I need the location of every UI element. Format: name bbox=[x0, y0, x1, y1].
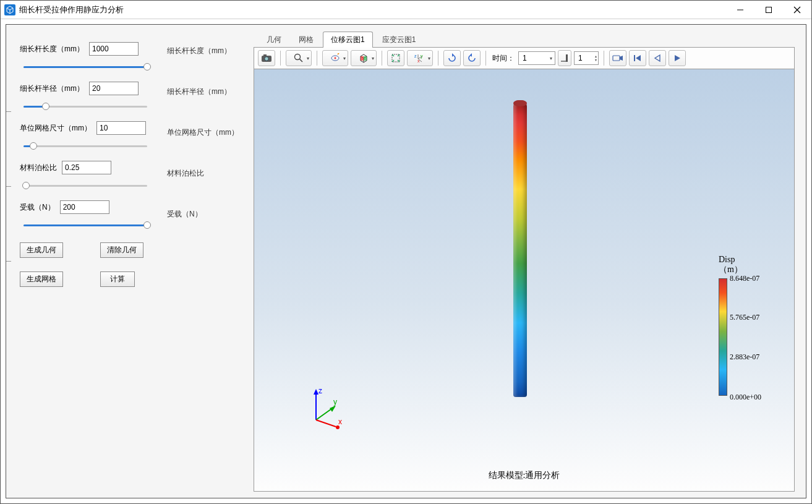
rod-model bbox=[513, 100, 527, 397]
param-length-slider[interactable] bbox=[24, 61, 147, 73]
viewer-tabs: 几何网格位移云图1应变云图1 bbox=[254, 31, 795, 48]
tab-0[interactable]: 几何 bbox=[259, 32, 289, 48]
param-length-label: 细长杆长度（mm） bbox=[20, 44, 84, 54]
parameter-panel: 细长杆长度（mm） 细长杆半径（mm） bbox=[6, 25, 167, 498]
fit-icon[interactable] bbox=[387, 50, 404, 66]
window-title: 细长杆受拉伸作用静应力分析 bbox=[19, 4, 124, 15]
svg-rect-6 bbox=[263, 54, 267, 56]
legend-tick: 2.883e-07 bbox=[730, 352, 759, 361]
svg-text:z: z bbox=[318, 387, 322, 395]
mirror-poisson-label: 材料泊松比 bbox=[167, 164, 254, 205]
app-icon bbox=[4, 4, 15, 15]
svg-text:y: y bbox=[333, 398, 337, 406]
svg-marker-22 bbox=[314, 389, 318, 395]
param-radius: 细长杆半径（mm） bbox=[20, 82, 161, 113]
time-combo[interactable]: 1 bbox=[518, 51, 555, 65]
zoom-icon[interactable] bbox=[286, 50, 312, 66]
param-load: 受载（N） bbox=[20, 200, 161, 231]
svg-rect-20 bbox=[634, 55, 635, 61]
param-mesh-label: 单位网格尺寸（mm） bbox=[20, 123, 92, 134]
minimize-button[interactable] bbox=[726, 1, 754, 19]
param-mesh: 单位网格尺寸（mm） bbox=[20, 121, 161, 152]
client-area: 细长杆长度（mm） 细长杆半径（mm） bbox=[6, 24, 806, 498]
viewer-toolbar: zyx 时间： 1 1 bbox=[254, 48, 795, 69]
param-poisson-label: 材料泊松比 bbox=[20, 163, 57, 173]
camera-icon[interactable] bbox=[258, 50, 275, 66]
step-back-icon[interactable] bbox=[649, 50, 666, 66]
rotate-ccw-icon[interactable] bbox=[463, 50, 481, 66]
svg-text:x: x bbox=[338, 417, 342, 426]
param-poisson-slider[interactable] bbox=[24, 179, 147, 192]
param-radius-label: 细长杆半径（mm） bbox=[20, 83, 84, 94]
param-length: 细长杆长度（mm） bbox=[20, 42, 161, 73]
window-titlebar: 细长杆受拉伸作用静应力分析 bbox=[1, 1, 811, 19]
param-mesh-slider[interactable] bbox=[24, 140, 147, 152]
param-load-slider[interactable] bbox=[24, 219, 147, 231]
color-legend: Disp （m） 8.648e-075.765e-072.883e-070.00… bbox=[719, 255, 780, 397]
legend-ticks: 8.648e-075.765e-072.883e-070.000e+00 bbox=[730, 278, 780, 397]
svg-point-5 bbox=[265, 57, 268, 61]
svg-rect-11 bbox=[361, 56, 364, 61]
mirror-labels: 细长杆长度（mm） 细长杆半径（mm） 单位网格尺寸（mm） 材料泊松比 受载（… bbox=[167, 25, 254, 498]
legend-tick: 5.765e-07 bbox=[730, 313, 759, 322]
compute-button[interactable]: 计算 bbox=[100, 271, 135, 287]
clear-geom-button[interactable]: 清除几何 bbox=[100, 242, 143, 258]
legend-title-1: Disp bbox=[719, 255, 780, 265]
frame-spinner[interactable]: 1 bbox=[574, 51, 599, 65]
viewer-panel: 几何网格位移云图1应变云图1 bbox=[254, 25, 806, 498]
goto-start-icon[interactable] bbox=[629, 50, 646, 66]
svg-line-8 bbox=[299, 59, 302, 62]
result-title: 结果模型:通用分析 bbox=[254, 470, 794, 481]
tab-3[interactable]: 应变云图1 bbox=[374, 32, 424, 48]
select-icon[interactable] bbox=[322, 50, 348, 66]
param-poisson-input[interactable] bbox=[62, 161, 111, 174]
param-load-label: 受载（N） bbox=[20, 202, 55, 213]
tab-1[interactable]: 网格 bbox=[291, 32, 322, 48]
play-icon[interactable] bbox=[669, 50, 686, 66]
close-button[interactable] bbox=[783, 1, 811, 19]
cube-view-icon[interactable] bbox=[351, 50, 377, 66]
mirror-length-label: 细长杆长度（mm） bbox=[167, 42, 254, 83]
legend-tick: 8.648e-07 bbox=[730, 274, 759, 283]
svg-point-7 bbox=[295, 54, 301, 60]
svg-marker-25 bbox=[330, 406, 336, 412]
time-label: 时间： bbox=[492, 53, 515, 64]
mirror-mesh-label: 单位网格尺寸（mm） bbox=[167, 124, 254, 164]
maximize-button[interactable] bbox=[754, 1, 783, 19]
svg-rect-12 bbox=[364, 56, 367, 61]
step-align-icon[interactable] bbox=[558, 50, 571, 66]
svg-text:z: z bbox=[414, 54, 417, 58]
svg-rect-1 bbox=[766, 7, 772, 12]
svg-rect-19 bbox=[613, 56, 620, 61]
mirror-load-label: 受载（N） bbox=[167, 205, 254, 246]
legend-bar bbox=[719, 278, 727, 396]
param-radius-slider[interactable] bbox=[24, 100, 147, 113]
param-mesh-input[interactable] bbox=[96, 121, 146, 135]
param-radius-input[interactable] bbox=[89, 82, 139, 95]
rotate-cw-icon[interactable] bbox=[443, 50, 461, 66]
svg-line-27 bbox=[316, 420, 336, 427]
result-canvas[interactable]: z y x 结果模型:通用分析 Disp （m） 8.64 bbox=[254, 69, 795, 492]
axis-xyz-icon[interactable]: zyx bbox=[407, 50, 433, 66]
legend-tick: 0.000e+00 bbox=[730, 393, 761, 402]
generate-geom-button[interactable]: 生成几何 bbox=[20, 242, 63, 258]
param-poisson: 材料泊松比 bbox=[20, 161, 161, 192]
generate-mesh-button[interactable]: 生成网格 bbox=[20, 271, 63, 287]
param-load-input[interactable] bbox=[60, 200, 109, 214]
svg-rect-17 bbox=[566, 54, 568, 62]
tab-2[interactable]: 位移云图1 bbox=[323, 32, 373, 48]
param-length-input[interactable] bbox=[89, 42, 139, 56]
svg-point-10 bbox=[335, 58, 336, 59]
axes-triad: z y x bbox=[304, 386, 347, 429]
mirror-radius-label: 细长杆半径（mm） bbox=[167, 83, 254, 124]
record-icon[interactable] bbox=[609, 50, 626, 66]
